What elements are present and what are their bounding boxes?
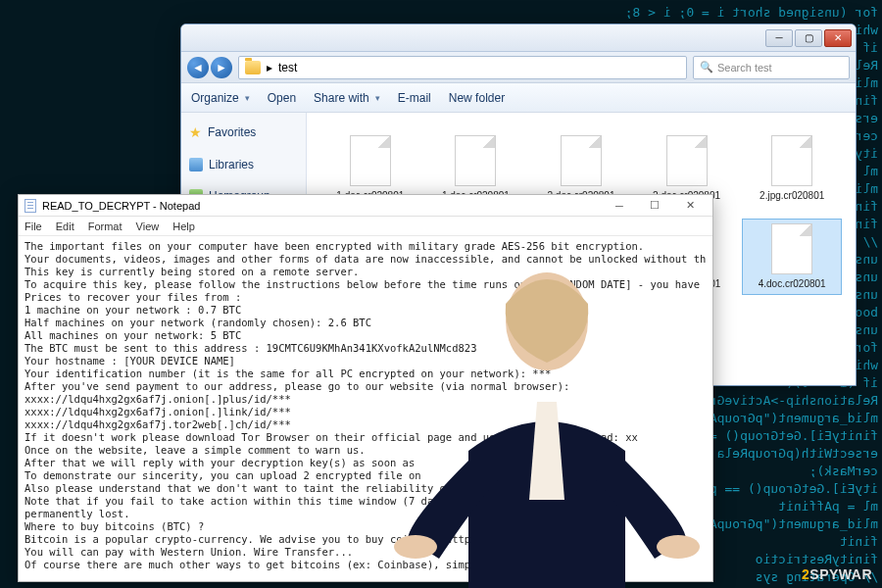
explorer-toolbar: Organize Open Share with E-mail New fold… xyxy=(181,83,856,113)
nav-forward-button[interactable]: ► xyxy=(211,57,232,78)
file-icon xyxy=(455,135,496,186)
file-icon xyxy=(350,135,391,186)
menu-edit[interactable]: Edit xyxy=(56,220,74,232)
maximize-button[interactable]: ▢ xyxy=(795,29,822,47)
file-name: 4.doc.cr020801 xyxy=(759,278,826,290)
watermark-text: SPYWAR xyxy=(809,566,872,582)
toolbar-open[interactable]: Open xyxy=(268,91,296,105)
notepad-minimize-button[interactable]: ─ xyxy=(603,197,636,215)
notepad-title: READ_TO_DECRYPT - Notepad xyxy=(42,200,200,212)
sidebar-item-favorites[interactable]: ★ Favorites xyxy=(187,121,300,144)
file-item[interactable]: 2.jpg.cr020801 xyxy=(742,130,842,207)
sidebar-item-label: Favorites xyxy=(208,125,256,139)
sidebar-item-libraries[interactable]: Libraries xyxy=(187,154,300,175)
toolbar-email[interactable]: E-mail xyxy=(398,91,431,105)
sidebar-item-label: Libraries xyxy=(209,158,254,172)
notepad-window: READ_TO_DECRYPT - Notepad ─ ☐ ✕ File Edi… xyxy=(18,194,713,582)
folder-icon xyxy=(245,61,261,74)
toolbar-organize[interactable]: Organize xyxy=(191,91,250,105)
file-name: 2.jpg.cr020801 xyxy=(760,190,824,202)
notepad-icon xyxy=(24,199,36,213)
explorer-titlebar: ─ ▢ ✕ xyxy=(181,24,856,52)
notepad-text-area[interactable]: The important files on your computer hav… xyxy=(19,236,712,581)
menu-view[interactable]: View xyxy=(136,220,160,232)
notepad-close-button[interactable]: ✕ xyxy=(673,197,707,215)
address-bar: ◄ ► ▸ test 🔍 Search test xyxy=(181,52,856,83)
minimize-button[interactable]: ─ xyxy=(765,29,793,47)
close-button[interactable]: ✕ xyxy=(824,29,852,47)
file-icon xyxy=(561,135,602,186)
breadcrumb-current: test xyxy=(278,61,297,74)
watermark: 2SPYWAR xyxy=(802,566,872,582)
breadcrumb[interactable]: ▸ test xyxy=(238,56,687,79)
search-icon: 🔍 xyxy=(700,61,713,74)
file-icon xyxy=(771,223,812,274)
notepad-maximize-button[interactable]: ☐ xyxy=(638,197,671,215)
search-input[interactable]: 🔍 Search test xyxy=(693,56,850,79)
file-item[interactable]: 4.doc.cr020801 xyxy=(742,219,842,295)
file-icon xyxy=(771,135,812,186)
breadcrumb-separator: ▸ xyxy=(267,61,272,74)
notepad-menubar: File Edit Format View Help xyxy=(19,217,712,236)
toolbar-newfolder[interactable]: New folder xyxy=(449,91,505,105)
toolbar-share[interactable]: Share with xyxy=(314,91,380,105)
search-placeholder: Search test xyxy=(717,62,772,74)
menu-file[interactable]: File xyxy=(24,220,42,232)
notepad-titlebar: READ_TO_DECRYPT - Notepad ─ ☐ ✕ xyxy=(19,195,712,217)
libraries-icon xyxy=(189,158,203,172)
nav-back-button[interactable]: ◄ xyxy=(187,57,209,78)
file-icon xyxy=(666,135,708,186)
favorites-icon: ★ xyxy=(189,124,202,140)
menu-format[interactable]: Format xyxy=(88,220,122,232)
menu-help[interactable]: Help xyxy=(172,220,195,232)
